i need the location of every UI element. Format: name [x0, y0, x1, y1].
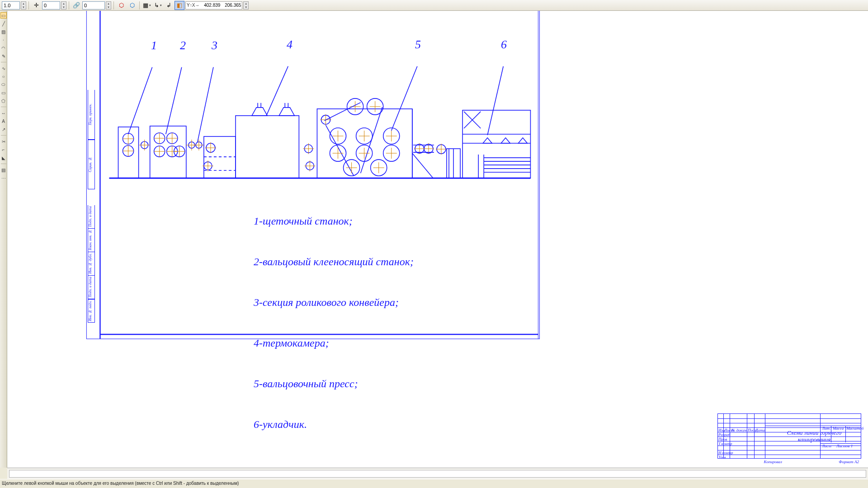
callout-6: 6 — [501, 38, 507, 52]
svg-line-51 — [412, 153, 433, 178]
spline-tool-icon[interactable]: ∿ — [0, 65, 7, 71]
select-tool-icon[interactable]: ▭ — [0, 12, 7, 19]
side-cell: Перв. примен. — [88, 90, 95, 140]
grid-dropdown-icon[interactable]: ▦ — [142, 1, 152, 10]
point-tool-icon[interactable]: · — [0, 37, 7, 43]
tb-label: Н.контр — [718, 450, 733, 455]
coord-spinner[interactable]: ▲▼ — [243, 1, 249, 9]
style-input[interactable] — [82, 1, 105, 9]
arc-tool-icon[interactable]: ◠ — [0, 45, 7, 51]
side-frame-labels-2: Подп. и дата Взам. инв. № Инв. № дубл. П… — [88, 205, 95, 323]
coord-label: Y↑X→ — [186, 3, 200, 8]
chamfer-tool-icon[interactable]: ◣ — [0, 155, 7, 161]
side-frame-labels: Перв. примен. Справ. № — [88, 90, 95, 189]
side-cell: Подп. и дата — [88, 205, 95, 229]
legend-line: 1-щеточный станок; — [254, 214, 414, 228]
title-block: Изм Лист № докум. Подп Дата Разраб Пров … — [717, 413, 861, 459]
tb-label: Т.контр — [718, 441, 732, 446]
callout-1: 1 — [151, 39, 157, 52]
snap-magnet-off-icon[interactable]: ⬡ — [127, 1, 137, 10]
tb-label: Утв — [718, 455, 726, 460]
drawing-viewport[interactable]: 1 2 3 4 5 6 1-щеточный станок; 2-вальцов… — [7, 11, 868, 468]
step-spinner[interactable]: ▲▼ — [21, 1, 26, 9]
line-tool-icon[interactable]: ╱ — [0, 20, 7, 27]
svg-rect-31 — [317, 109, 412, 178]
legend-line: 4-термокамера; — [254, 336, 414, 350]
table-tool-icon[interactable]: ▤ — [0, 167, 7, 173]
drawing-title: Схема линии горячего каширования — [771, 430, 857, 443]
svg-line-73 — [487, 66, 503, 135]
format-label: Формат А2 — [839, 460, 859, 464]
legend-line: 2-вальцовый клееносящий станок; — [254, 255, 414, 268]
side-cell: Инв. № подл. — [88, 299, 95, 323]
svg-rect-24 — [236, 116, 299, 178]
local-cs-icon[interactable]: ◧ — [175, 1, 184, 10]
svg-line-72 — [392, 66, 417, 131]
text-tool-icon[interactable]: A — [0, 118, 7, 124]
style-spinner[interactable]: ▲▼ — [106, 1, 111, 9]
tb-label: Лист — [822, 444, 831, 448]
status-bar: Щелкните левой кнопкой мыши на объекте д… — [0, 479, 868, 488]
status-text: Щелкните левой кнопкой мыши на объекте д… — [2, 481, 239, 486]
coord-y-input[interactable] — [221, 2, 242, 9]
tb-label: Пров — [718, 437, 727, 441]
side-cell: Подп. и дата — [88, 276, 95, 299]
command-input[interactable] — [9, 470, 866, 478]
svg-rect-11 — [150, 126, 186, 178]
ellipse-tool-icon[interactable]: ⬭ — [0, 81, 7, 88]
angle-spinner[interactable]: ▲▼ — [61, 1, 66, 9]
callout-5: 5 — [415, 38, 421, 52]
side-cell: Справ. № — [88, 140, 95, 189]
cad-drawing — [7, 11, 868, 468]
link-icon[interactable]: 🔗 — [71, 1, 81, 10]
copied-label: Копировал — [764, 460, 782, 464]
pencil-tool-icon[interactable]: ✎ — [0, 53, 7, 59]
dim-tool-icon[interactable]: ↔ — [0, 110, 7, 116]
svg-line-70 — [198, 67, 213, 142]
legend-line: 3-секция роликового конвейера; — [254, 296, 414, 309]
leader-tool-icon[interactable]: ↗ — [0, 126, 7, 132]
rect-tool-icon[interactable]: ▭ — [0, 89, 7, 96]
command-bar — [7, 468, 868, 479]
misc-tool-icon[interactable]: ⋯ — [0, 175, 7, 181]
tb-label: Разраб — [718, 432, 731, 437]
callout-3: 3 — [212, 39, 217, 52]
svg-line-68 — [128, 67, 152, 134]
callout-2: 2 — [180, 39, 186, 52]
top-toolbar: ▲▼ ✛ ▲▼ 🔗 ▲▼ ⬡ ⬡ ▦ ↳ ↲ ◧ Y↑X→ ▲▼ — [0, 0, 868, 11]
trim-tool-icon[interactable]: ✂ — [0, 138, 7, 145]
svg-line-69 — [166, 67, 182, 134]
side-cell: Взам. инв. № — [88, 229, 95, 252]
legend-line: 6-укладчик. — [254, 418, 414, 431]
hatch-tool-icon[interactable]: ▨ — [0, 28, 7, 35]
circle-tool-icon[interactable]: ○ — [0, 73, 7, 80]
coord-readout: Y↑X→ — [185, 1, 242, 9]
ortho-toggle-icon[interactable]: ↲ — [164, 1, 174, 10]
tb-label: Дата — [755, 428, 765, 432]
step-input[interactable] — [2, 1, 20, 9]
side-cell: Инв. № дубл. — [88, 252, 95, 276]
legend-block: 1-щеточный станок; 2-вальцовый клееносящ… — [254, 187, 414, 458]
cursor-tool-icon[interactable]: ✛ — [31, 1, 41, 10]
fillet-tool-icon[interactable]: ⌐ — [0, 146, 7, 153]
callout-4: 4 — [287, 38, 292, 52]
tb-label: № докум. — [731, 428, 748, 432]
coord-x-input[interactable] — [200, 2, 221, 9]
ortho-dropdown-icon[interactable]: ↳ — [153, 1, 163, 10]
left-toolbar: ▭ ╱ ▨ · ◠ ✎ ∿ ○ ⬭ ▭ ⬠ ↔ A ↗ ✂ ⌐ ◣ ▤ ⋯ — [0, 11, 7, 468]
legend-line: 5-вальцовочный пресс; — [254, 377, 414, 390]
angle-input[interactable] — [42, 1, 60, 9]
svg-line-71 — [266, 66, 288, 116]
poly-tool-icon[interactable]: ⬠ — [0, 98, 7, 104]
tb-label: Листов 1 — [836, 444, 853, 448]
svg-rect-19 — [204, 136, 236, 178]
snap-magnet-on-icon[interactable]: ⬡ — [116, 1, 126, 10]
